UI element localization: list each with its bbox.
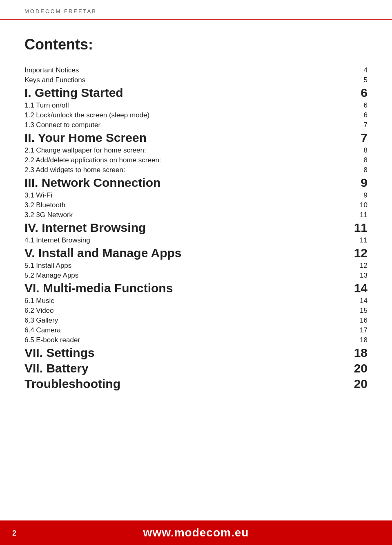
toc-sub-item-row: 6.5 E-book reader 18	[24, 335, 368, 345]
toc-sub-item-label: 6.1 Music	[24, 296, 343, 306]
toc-sub-item-label: 5.2 Manage Apps	[24, 271, 343, 280]
toc-item-page: 4	[343, 65, 368, 75]
toc-sub-item-page: 7	[343, 120, 368, 130]
toc-section-heading: VII. Battery	[24, 361, 343, 376]
toc-section-heading-row: V. Install and Manage Apps 12	[24, 245, 368, 261]
toc-sub-item-label: 1.1 Turn on/off	[24, 101, 343, 110]
toc-section-heading: III. Network Connection	[24, 175, 343, 191]
toc-sub-item-page: 12	[343, 261, 368, 271]
footer-bar: 2 www.modecom.eu	[0, 520, 392, 545]
toc-sub-item-label: 6.3 Gallery	[24, 316, 343, 325]
toc-top-item: Important Notices 4	[24, 65, 368, 75]
header-title: MODECOM FREETAB	[24, 8, 97, 14]
toc-sub-item-page: 6	[343, 110, 368, 120]
toc-sub-item-label: 6.4 Camera	[24, 325, 343, 335]
toc-sub-item-row: 6.4 Camera 17	[24, 325, 368, 335]
toc-section-page: 6	[343, 85, 368, 101]
toc-sub-item-row: 2.1 Change wallpaper for home screen: 8	[24, 146, 368, 155]
toc-sub-item-row: 6.1 Music 14	[24, 296, 368, 306]
contents-heading: Contents:	[24, 36, 368, 53]
toc-sub-item-label: 6.2 Video	[24, 306, 343, 316]
toc-sub-item-row: 1.1 Turn on/off 6	[24, 101, 368, 110]
toc-item-label: Important Notices	[24, 65, 343, 75]
toc-sub-item-label: 4.1 Internet Browsing	[24, 235, 343, 245]
toc-sub-item-label: 3.2 Bluetooth	[24, 200, 343, 210]
toc-sub-item-page: 16	[343, 316, 368, 325]
toc-section-heading: II. Your Home Screen	[24, 130, 343, 146]
toc-sub-item-row: 3.2 3G Network 11	[24, 210, 368, 220]
toc-sub-item-label: 2.3 Add widgets to home screen:	[24, 165, 343, 175]
toc-section-heading-row: Troubleshooting 20	[24, 376, 368, 392]
toc-sub-item-label: 5.1 Install Apps	[24, 261, 343, 271]
toc-item-page: 5	[343, 75, 368, 85]
toc-section-heading: VII. Settings	[24, 345, 343, 361]
toc-sub-item-label: 6.5 E-book reader	[24, 335, 343, 345]
toc-section-page: 18	[343, 345, 368, 361]
toc-section-page: 7	[343, 130, 368, 146]
toc-top-item: Keys and Functions 5	[24, 75, 368, 85]
toc-sub-item-row: 6.2 Video 15	[24, 306, 368, 316]
toc-section-heading: V. Install and Manage Apps	[24, 245, 343, 261]
toc-section-heading: IV. Internet Browsing	[24, 220, 343, 235]
toc-sub-item-label: 1.2 Lock/unlock the screen (sleep mode)	[24, 110, 343, 120]
toc-sub-item-page: 10	[343, 200, 368, 210]
toc-section-heading-row: IV. Internet Browsing 11	[24, 220, 368, 235]
toc-sub-item-page: 11	[343, 210, 368, 220]
header-bar: MODECOM FREETAB	[0, 0, 392, 20]
toc-sub-item-row: 5.2 Manage Apps 13	[24, 271, 368, 280]
toc-sub-item-row: 1.2 Lock/unlock the screen (sleep mode) …	[24, 110, 368, 120]
toc-sub-item-label: 2.2 Add/delete applications on home scre…	[24, 155, 343, 165]
toc-sub-item-page: 8	[343, 165, 368, 175]
toc-sub-item-label: 2.1 Change wallpaper for home screen:	[24, 146, 343, 155]
toc-section-page: 9	[343, 175, 368, 191]
toc-section-page: 11	[343, 220, 368, 235]
toc-sub-item-row: 2.3 Add widgets to home screen: 8	[24, 165, 368, 175]
toc-sub-item-label: 3.1 Wi-Fi	[24, 191, 343, 200]
toc-sub-item-page: 13	[343, 271, 368, 280]
toc-sub-item-row: 2.2 Add/delete applications on home scre…	[24, 155, 368, 165]
toc-sub-item-row: 3.1 Wi-Fi 9	[24, 191, 368, 200]
toc-section-page: 14	[343, 280, 368, 296]
toc-sub-item-page: 17	[343, 325, 368, 335]
toc-item-label: Keys and Functions	[24, 75, 343, 85]
toc-sub-item-page: 8	[343, 146, 368, 155]
toc-sub-item-row: 1.3 Connect to computer 7	[24, 120, 368, 130]
footer-url: www.modecom.eu	[143, 526, 249, 539]
toc-sub-item-page: 8	[343, 155, 368, 165]
toc-section-heading-row: VI. Multi-media Functions 14	[24, 280, 368, 296]
toc-sub-item-page: 6	[343, 101, 368, 110]
toc-sub-item-row: 3.2 Bluetooth 10	[24, 200, 368, 210]
toc-sub-item-page: 18	[343, 335, 368, 345]
toc-section-page: 20	[343, 376, 368, 392]
toc-sub-item-row: 5.1 Install Apps 12	[24, 261, 368, 271]
footer-page-number: 2	[12, 529, 16, 538]
toc-section-heading: VI. Multi-media Functions	[24, 280, 343, 296]
toc-sub-item-page: 9	[343, 191, 368, 200]
toc-section-heading-row: VII. Battery 20	[24, 361, 368, 376]
toc-sub-item-page: 11	[343, 235, 368, 245]
toc-sub-item-page: 14	[343, 296, 368, 306]
toc-section-heading-row: II. Your Home Screen 7	[24, 130, 368, 146]
toc-table: Important Notices 4 Keys and Functions 5…	[24, 65, 368, 392]
toc-section-heading-row: VII. Settings 18	[24, 345, 368, 361]
toc-sub-item-label: 1.3 Connect to computer	[24, 120, 343, 130]
toc-section-heading-row: III. Network Connection 9	[24, 175, 368, 191]
toc-section-page: 20	[343, 361, 368, 376]
main-content: Contents: Important Notices 4 Keys and F…	[0, 20, 392, 408]
toc-sub-item-label: 3.2 3G Network	[24, 210, 343, 220]
toc-sub-item-row: 6.3 Gallery 16	[24, 316, 368, 325]
toc-section-page: 12	[343, 245, 368, 261]
toc-section-heading: Troubleshooting	[24, 376, 343, 392]
toc-section-heading: I. Getting Started	[24, 85, 343, 101]
toc-sub-item-page: 15	[343, 306, 368, 316]
toc-sub-item-row: 4.1 Internet Browsing 11	[24, 235, 368, 245]
toc-section-heading-row: I. Getting Started 6	[24, 85, 368, 101]
